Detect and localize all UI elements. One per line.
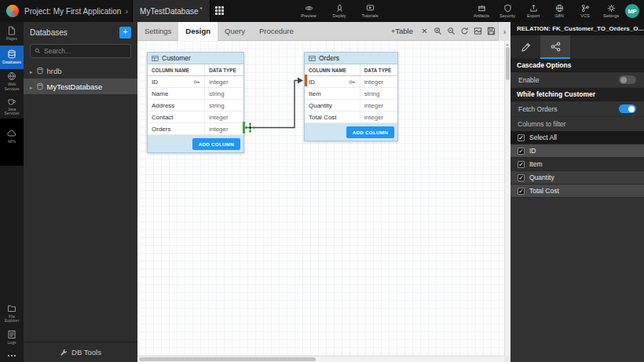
gear-icon (607, 4, 616, 13)
tutorials-icon (366, 4, 375, 13)
primary-key-icon (349, 79, 356, 86)
i18n-button[interactable]: i18N (550, 4, 569, 18)
tab-edit-relation[interactable] (510, 35, 540, 59)
column-name: Contact (152, 114, 174, 121)
table-row-orders-fk[interactable]: Orders integer (148, 123, 243, 135)
horizontal-scrollbar[interactable] (137, 356, 504, 362)
filter-row-id[interactable]: ID (510, 144, 644, 158)
chevron-right-icon[interactable] (125, 6, 128, 16)
table-row[interactable]: Total Cost integer (305, 112, 397, 123)
table-row[interactable]: Contact integer (148, 112, 243, 123)
enable-toggle[interactable] (619, 75, 636, 84)
branch-icon (581, 4, 590, 13)
zoom-out-icon[interactable] (445, 22, 458, 41)
add-database-button[interactable]: + (119, 27, 131, 38)
sidebar-item-apis[interactable]: APIs (0, 125, 24, 148)
table-row[interactable]: Item string (305, 88, 397, 100)
more-options-button[interactable] (0, 349, 24, 362)
app-logo[interactable] (6, 5, 19, 17)
table-row[interactable]: Quantity integer (305, 100, 397, 112)
refresh-icon[interactable] (458, 22, 471, 41)
tab-mytestdatabase[interactable]: MyTestDatabase * (132, 0, 210, 22)
checkbox-checked[interactable] (518, 188, 525, 195)
apps-grid-icon[interactable] (215, 6, 225, 16)
checkbox-checked[interactable] (518, 161, 525, 168)
expand-chevron-icon[interactable] (30, 67, 33, 75)
column-name: ID (309, 79, 315, 86)
vertical-scrollbar[interactable] (504, 41, 510, 356)
checkbox-checked[interactable] (518, 134, 525, 141)
column-type: integer (205, 76, 243, 87)
table-row[interactable]: ID integer (148, 76, 243, 88)
filter-row-select-all[interactable]: Select All (510, 131, 644, 144)
table-header[interactable]: Customer (148, 53, 243, 64)
relation-target-anchor[interactable] (305, 75, 307, 86)
table-row-id-pk[interactable]: ID integer (305, 76, 397, 88)
search-input[interactable] (44, 47, 126, 55)
relation-panel-tabs (510, 35, 644, 59)
save-icon[interactable] (485, 22, 498, 41)
expand-chevron-icon[interactable] (30, 82, 33, 91)
collapse-panel-icon[interactable] (498, 22, 510, 41)
column-name: Orders (152, 126, 170, 133)
column-type: integer (205, 123, 243, 134)
tab-settings[interactable]: Settings (137, 22, 178, 41)
rocket-icon (335, 4, 344, 13)
add-column-button[interactable]: ADD COLUMN (346, 126, 394, 138)
table-header[interactable]: Orders (305, 53, 397, 64)
filter-row-total-cost[interactable]: Total Cost (510, 185, 644, 198)
relation-panel: RELATION: FK_Customer_TO_Orders_O... Cas… (510, 22, 644, 362)
filter-row-item[interactable]: Item (510, 158, 644, 171)
checkbox-checked[interactable] (518, 174, 525, 181)
export-diagram-icon[interactable] (471, 22, 485, 41)
deploy-button[interactable]: Deploy (330, 4, 349, 18)
designer-area: Settings Design Query Procedure +Table C… (137, 22, 510, 362)
close-icon[interactable] (418, 22, 431, 41)
scrollbar-thumb[interactable] (506, 47, 510, 80)
sidebar-item-file-explorer[interactable]: File Explorer (0, 302, 24, 327)
sidebar-item-databases[interactable]: Databases (0, 46, 24, 69)
security-button[interactable]: Security (498, 4, 517, 18)
table-row[interactable]: Address string (148, 100, 243, 112)
sidebar-item-logs[interactable]: Logs (0, 326, 24, 349)
tab-query[interactable]: Query (218, 22, 252, 41)
sidebar-item-java-services[interactable]: Java Services (0, 94, 24, 119)
database-search (30, 44, 131, 58)
tutorials-button[interactable]: Tutorials (360, 4, 379, 18)
artifacts-icon (478, 4, 486, 13)
tab-relation-settings[interactable] (540, 35, 570, 59)
user-avatar[interactable]: MP (625, 4, 639, 18)
scrollbar-thumb[interactable] (139, 357, 316, 361)
checkbox-checked[interactable] (518, 148, 525, 155)
sidebar-item-web-services[interactable]: Web Services (0, 69, 24, 94)
sidebar-item-pages[interactable]: Pages (0, 22, 24, 46)
artifacts-button[interactable]: Artifacts (472, 4, 491, 18)
table-icon (152, 55, 159, 62)
move-handle-icon[interactable] (245, 122, 255, 133)
tab-procedure[interactable]: Procedure (252, 22, 301, 41)
column-name: Item (309, 90, 321, 97)
add-table-button[interactable]: +Table (386, 27, 418, 35)
schema-canvas[interactable]: Customer COLUMN NAME DATA TYPE ID intege… (137, 41, 504, 356)
scroll-up-arrow[interactable] (506, 42, 509, 46)
fetch-orders-toggle[interactable] (619, 104, 636, 113)
export-button[interactable]: Export (524, 4, 543, 18)
left-rail: Pages Databases Web Services Java Servic… (0, 22, 24, 362)
tree-item-mytestdatabase[interactable]: MyTestDatabase (24, 79, 137, 94)
tree-item-hrdb[interactable]: hrdb (24, 63, 137, 79)
entity-table-orders[interactable]: Orders COLUMN NAME DATA TYPE ID integer … (304, 52, 398, 141)
relation-panel-title: RELATION: FK_Customer_TO_Orders_O... (510, 22, 644, 35)
database-icon (7, 49, 16, 59)
settings-button[interactable]: Settings (602, 4, 620, 18)
column-type: string (205, 88, 243, 99)
primary-key-icon (193, 79, 200, 86)
db-tools-button[interactable]: DB Tools (24, 342, 137, 362)
table-row[interactable]: Name string (148, 88, 243, 100)
entity-table-customer[interactable]: Customer COLUMN NAME DATA TYPE ID intege… (147, 52, 244, 153)
filter-row-quantity[interactable]: Quantity (510, 171, 644, 185)
add-column-button[interactable]: ADD COLUMN (192, 138, 240, 150)
preview-button[interactable]: Preview (299, 4, 318, 18)
vcs-button[interactable]: VCS (576, 4, 595, 18)
tab-design[interactable]: Design (178, 22, 218, 41)
zoom-in-icon[interactable] (431, 22, 445, 41)
